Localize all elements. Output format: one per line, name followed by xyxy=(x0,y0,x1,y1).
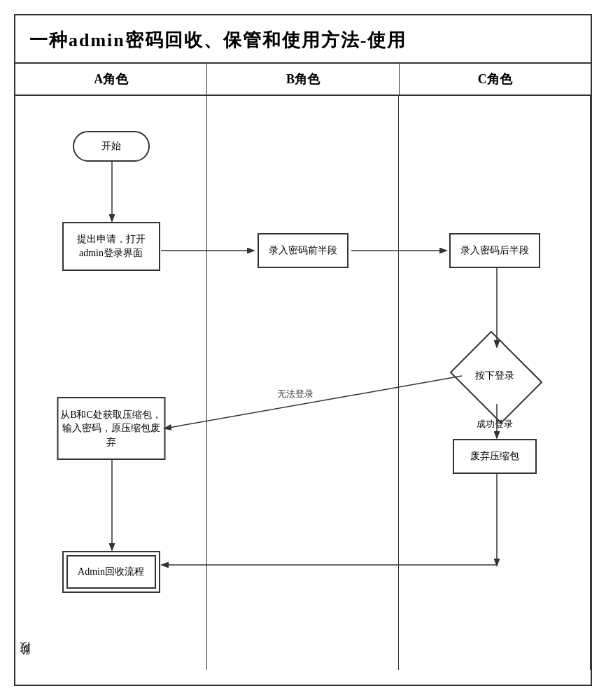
c-diamond-node: 按下登录 xyxy=(460,348,530,404)
stage-label: 阶段 xyxy=(18,659,31,663)
b-step1-node: 录入密码前半段 xyxy=(258,233,348,268)
columns-header: A角色 B角色 C角色 xyxy=(15,64,591,96)
a-step1-node: 提出申请，打开 admin登录界面 xyxy=(62,222,160,271)
col-a-label: A角色 xyxy=(15,64,207,94)
col-c-label: C角色 xyxy=(400,64,591,94)
lane-a: 开始 提出申请，打开 admin登录界面 从B和C处获取压缩包，输入密码，原压缩… xyxy=(15,96,207,670)
swim-lanes: 开始 提出申请，打开 admin登录界面 从B和C处获取压缩包，输入密码，原压缩… xyxy=(15,96,591,670)
col-b-label: B角色 xyxy=(207,64,399,94)
c-step2-node: 废弃压缩包 xyxy=(453,439,537,474)
c-step1-node: 录入密码后半段 xyxy=(449,233,540,268)
page-title: 一种admin密码回收、保管和使用方法-使用 xyxy=(15,15,591,64)
lane-b: 录入密码前半段 xyxy=(207,96,399,670)
a-step2-node: 从B和C处获取压缩包，输入密码，原压缩包废弃 xyxy=(57,397,165,460)
start-node: 开始 xyxy=(73,131,150,162)
c-success-label: 成功登录 xyxy=(477,418,513,430)
main-container: 一种admin密码回收、保管和使用方法-使用 A角色 B角色 C角色 开始 提出… xyxy=(14,14,592,686)
a-end-node: Admin回收流程 xyxy=(62,551,160,593)
lane-c: 录入密码后半段 按下登录 成功登录 废弃压缩包 xyxy=(399,96,591,670)
